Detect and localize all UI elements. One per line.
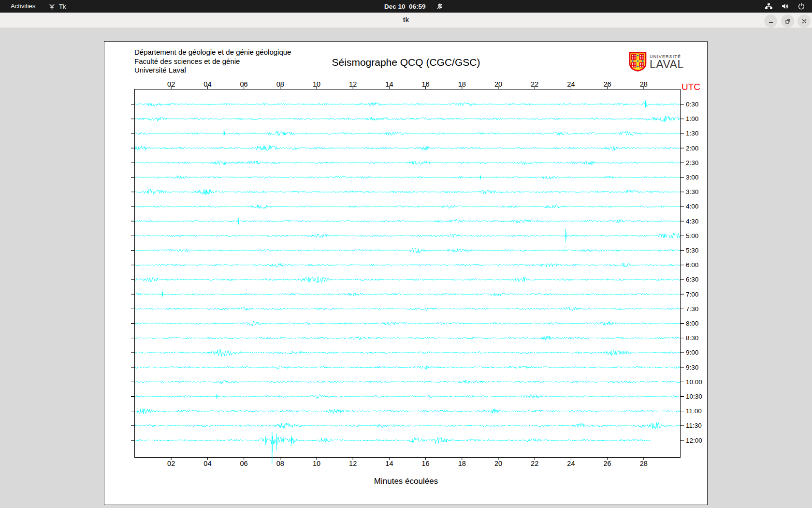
- power-icon: [798, 2, 805, 10]
- trace-time-label: 7:30: [686, 305, 698, 313]
- app-indicator-label: Tk: [59, 3, 66, 10]
- trace-time-label: 9:30: [686, 364, 698, 371]
- seismogram-trace: [135, 380, 680, 384]
- trace-time-label: 4:30: [686, 218, 698, 225]
- x-tick-label-top: 14: [381, 80, 397, 88]
- trace-time-label: 1:00: [686, 115, 698, 122]
- trace-time-label: 6:00: [686, 261, 698, 269]
- trace-time-label: 2:30: [686, 159, 698, 166]
- x-tick-label-bottom: 10: [308, 460, 325, 467]
- trace-time-label: 4:00: [686, 203, 698, 210]
- x-tick-label-bottom: 12: [345, 460, 361, 467]
- seismogram-trace: [135, 277, 680, 283]
- plot-svg: [104, 42, 708, 506]
- x-tick-label-top: 10: [308, 80, 325, 88]
- trace-time-label: 8:30: [686, 334, 698, 342]
- x-tick-label-bottom: 04: [199, 460, 216, 467]
- bell-slash-icon: [436, 2, 444, 10]
- x-axis-title: Minutes écoulées: [261, 477, 551, 486]
- x-tick-label-bottom: 16: [418, 460, 434, 467]
- trace-time-label: 12:00: [686, 437, 702, 444]
- x-tick-label-bottom: 24: [563, 460, 579, 467]
- close-icon: [801, 18, 807, 24]
- x-tick-label-bottom: 26: [599, 460, 616, 467]
- seismogram-trace: [135, 116, 680, 121]
- seismogram-trace: [135, 349, 680, 357]
- trace-time-label: 1:30: [686, 130, 698, 137]
- seismogram-trace: [135, 219, 680, 223]
- seismogram-trace: [135, 336, 680, 340]
- x-tick-label-bottom: 22: [526, 460, 543, 467]
- clock-text: Dec 10 06:59: [384, 3, 426, 10]
- seismogram-trace: [135, 176, 680, 179]
- minimize-button[interactable]: [764, 15, 777, 28]
- x-tick-label-top: 06: [236, 80, 252, 88]
- close-button[interactable]: [798, 15, 811, 28]
- window-title: tk: [0, 13, 812, 28]
- seismogram-trace: [135, 205, 680, 209]
- seismogram-trace: [135, 321, 680, 326]
- x-tick-label-bottom: 20: [490, 460, 507, 467]
- seismogram-trace: [135, 422, 680, 429]
- trace-time-label: 7:00: [686, 291, 698, 298]
- x-tick-label-top: 24: [563, 80, 579, 88]
- x-tick-label-top: 20: [490, 80, 507, 88]
- x-tick-label-top: 02: [163, 80, 179, 88]
- seismogram-trace: [135, 131, 680, 136]
- seismograph-canvas: Département de géologie et de génie géol…: [104, 41, 708, 505]
- seismogram-trace: [135, 263, 680, 267]
- trace-time-label: 0:30: [686, 101, 698, 108]
- x-tick-label-top: 18: [454, 80, 470, 88]
- x-tick-label-top: 26: [599, 80, 616, 88]
- window-title-bar[interactable]: tk: [0, 13, 812, 28]
- tk-icon: [48, 3, 56, 10]
- clock-menu[interactable]: Dec 10 06:59: [384, 0, 444, 13]
- x-tick-label-top: 22: [526, 80, 543, 88]
- trace-time-label: 3:30: [686, 188, 698, 195]
- seismogram-trace: [135, 408, 680, 414]
- trace-time-label: 5:00: [686, 232, 698, 239]
- trace-time-label: 2:00: [686, 145, 698, 152]
- seismogram-trace: [135, 161, 680, 165]
- desktop: Activities Tk Dec 10 06:59: [0, 0, 812, 508]
- gnome-top-bar: Activities Tk Dec 10 06:59: [0, 0, 812, 13]
- x-tick-label-top: 28: [636, 80, 652, 88]
- seismogram-trace: [135, 189, 680, 195]
- activities-button[interactable]: Activities: [6, 0, 40, 13]
- trace-time-label: 9:00: [686, 349, 698, 356]
- system-status-area[interactable]: [765, 0, 805, 13]
- x-tick-label-top: 08: [272, 80, 289, 88]
- seismogram-trace: [135, 233, 680, 238]
- seismogram-trace: [135, 145, 680, 150]
- trace-time-label: 6:30: [686, 276, 698, 283]
- x-tick-label-bottom: 06: [236, 460, 252, 467]
- trace-time-label: 11:00: [686, 407, 702, 415]
- app-indicator-tk[interactable]: Tk: [48, 0, 66, 13]
- seismogram-trace: [135, 436, 651, 445]
- trace-time-label: 5:30: [686, 247, 698, 254]
- x-tick-label-bottom: 02: [163, 460, 179, 467]
- x-tick-label-top: 04: [199, 80, 216, 88]
- trace-time-label: 10:30: [686, 393, 702, 400]
- seismogram-trace: [135, 248, 680, 253]
- trace-time-label: 8:00: [686, 320, 698, 327]
- x-tick-label-bottom: 14: [381, 460, 397, 467]
- x-tick-label-bottom: 28: [636, 460, 652, 467]
- speaker-icon: [781, 2, 789, 10]
- minimize-icon: [768, 18, 774, 24]
- maximize-button[interactable]: [781, 15, 794, 28]
- restore-icon: [785, 18, 791, 24]
- seismogram-trace: [135, 102, 680, 106]
- seismogram-trace: [135, 365, 680, 369]
- x-tick-label-bottom: 18: [454, 460, 470, 467]
- x-tick-label-top: 12: [345, 80, 361, 88]
- x-tick-label-top: 16: [418, 80, 434, 88]
- seismogram-trace: [135, 293, 680, 296]
- wired-network-icon: [765, 2, 773, 10]
- trace-time-label: 11:30: [686, 422, 702, 429]
- seismogram-trace: [135, 307, 680, 311]
- trace-time-label: 10:00: [686, 378, 702, 386]
- trace-time-label: 3:00: [686, 174, 698, 181]
- x-tick-label-bottom: 08: [272, 460, 289, 467]
